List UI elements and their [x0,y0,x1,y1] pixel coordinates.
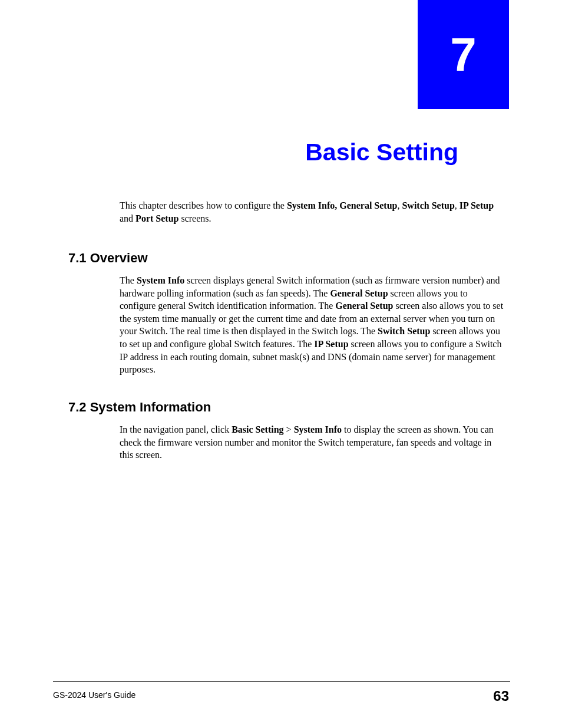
intro-text: and [120,213,135,223]
intro-bold: IP Setup [459,200,494,210]
body-bold: IP Setup [314,339,348,349]
intro-bold: Port Setup [135,213,178,223]
intro-bold: Switch Setup [402,200,454,210]
body-bold: General Setup [330,288,388,298]
intro-text: This chapter describes how to configure … [120,200,287,210]
intro-paragraph: This chapter describes how to configure … [120,199,505,225]
chapter-number: 7 [450,28,477,82]
system-information-paragraph: In the navigation panel, click Basic Set… [120,423,505,462]
footer-rule [53,681,510,682]
footer-guide-name: GS-2024 User's Guide [53,690,135,700]
section-heading-system-information: 7.2 System Information [68,400,211,415]
chapter-title: Basic Setting [0,139,510,166]
body-bold: General Setup [335,301,393,311]
body-bold: System Info [294,424,342,434]
footer-page-number: 63 [493,688,509,704]
body-text: In the navigation panel, click [120,424,232,434]
body-bold: Switch Setup [378,326,430,336]
overview-paragraph: The System Info screen displays general … [120,274,505,376]
body-bold: Basic Setting [232,424,283,434]
intro-text: , [455,200,459,210]
intro-bold: System Info, General Setup [287,200,398,210]
body-text: > [284,424,294,434]
body-text: The [120,275,137,285]
chapter-number-box: 7 [418,0,509,109]
body-bold: System Info [137,275,184,285]
intro-text: screens. [178,213,211,223]
section-heading-overview: 7.1 Overview [68,251,148,266]
